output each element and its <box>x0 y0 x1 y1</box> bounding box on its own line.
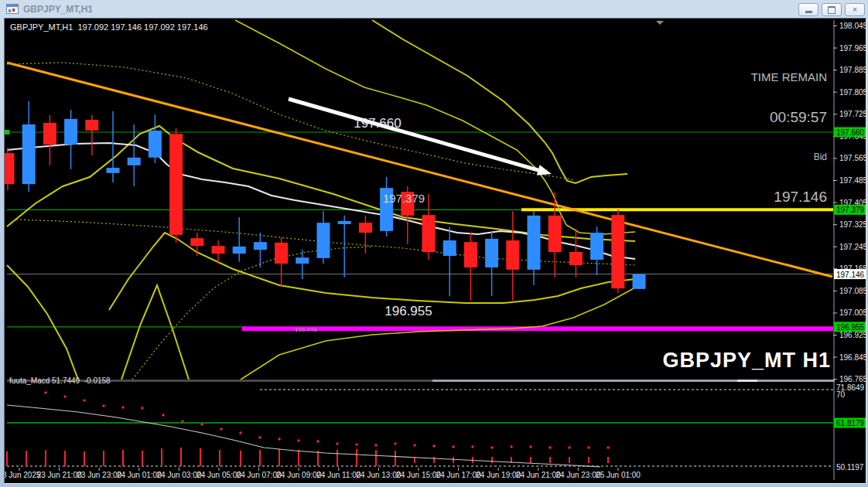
indicator-dot <box>568 446 570 448</box>
indicator-dot <box>162 414 164 416</box>
candle <box>149 131 162 158</box>
indicator-dot <box>239 431 241 434</box>
price-tick-label: 197.965 <box>839 44 866 53</box>
indicator-dot <box>587 446 589 448</box>
indicator-dot <box>529 445 531 448</box>
panel-separator-2[interactable] <box>737 380 757 382</box>
indicator-dot <box>121 406 124 408</box>
price-tick-label: 197.085 <box>839 287 866 295</box>
indicator-dot <box>102 404 104 407</box>
scroll-to-end-marker[interactable] <box>656 21 664 25</box>
time-tick-label: 24 Jun 01:00 <box>117 471 162 479</box>
time-tick-label: 24 Jun 05:00 <box>196 471 241 479</box>
time-tick-label: 24 Jun 07:00 <box>237 471 282 479</box>
time-tick-label: 23 Jun 21:00 <box>37 471 82 479</box>
candle <box>107 168 120 173</box>
indicator-dot <box>452 445 454 448</box>
time-tick-label: 25 Jun 01:00 <box>596 471 641 479</box>
minimize-icon <box>805 11 812 13</box>
indicator-dot <box>181 420 183 422</box>
candle <box>611 215 624 288</box>
time-tick-label: 23 Jun 2025 <box>5 471 41 479</box>
indicator-dot <box>83 399 85 401</box>
restore-button[interactable] <box>822 3 842 16</box>
close-icon: × <box>853 5 857 14</box>
candle <box>338 221 351 224</box>
indicator-dot <box>374 444 377 446</box>
candle <box>212 246 225 254</box>
indicator-dot <box>258 436 261 438</box>
time-tick-label: 24 Jun 09:00 <box>276 471 321 479</box>
level-start-marker[interactable] <box>5 130 9 135</box>
candle <box>548 216 562 252</box>
price-tick-label: 197.485 <box>839 176 866 185</box>
trend-arrow-line[interactable] <box>289 99 538 170</box>
candle <box>233 247 246 254</box>
overlay-bb-upper-inner <box>235 20 635 234</box>
candle <box>464 242 477 267</box>
chart-canvas[interactable]: 198.045197.965197.885197.805197.725197.6… <box>5 19 866 483</box>
price-tick-label: 196.925 <box>839 331 866 339</box>
indicator-dot <box>355 443 357 445</box>
indicator-dot <box>297 439 299 441</box>
candle <box>169 134 183 235</box>
price-tick-label: 197.805 <box>839 88 866 97</box>
time-tick-label: 23 Jun 23:00 <box>77 471 121 479</box>
candle <box>296 257 309 264</box>
indicator-axis-label: 70 <box>836 390 846 399</box>
indicator-dot <box>200 423 203 425</box>
indicator-axis-label: 61.8179 <box>836 419 865 427</box>
time-tick-label: 24 Jun 19:00 <box>476 471 521 479</box>
indicator-dot <box>394 442 396 444</box>
chart-window-icon <box>6 4 19 14</box>
time-tick-label: 24 Jun 13:00 <box>356 471 401 479</box>
candle <box>506 240 519 270</box>
time-tick-label: 24 Jun 03:00 <box>156 471 201 479</box>
price-highlight-label: 197.146 <box>836 271 865 279</box>
candle <box>401 192 414 216</box>
price-tick-label: 196.845 <box>839 353 866 362</box>
price-tick-label: 197.325 <box>839 220 866 229</box>
candle <box>22 124 36 184</box>
window-title: GBPJPY_MT,H1 <box>23 4 93 15</box>
price-highlight-label: 196.955 <box>836 323 865 332</box>
indicator-dot <box>510 445 512 448</box>
indicator-dot <box>336 442 338 444</box>
candle <box>317 223 330 258</box>
time-tick-label: 24 Jun 23:00 <box>555 471 600 479</box>
candle <box>590 233 603 260</box>
candle <box>275 243 288 264</box>
indicator-dot <box>44 391 46 393</box>
price-tick-label: 197.885 <box>839 66 866 74</box>
titlebar: GBPJPY_MT,H1 × <box>0 0 868 18</box>
price-highlight-label: 197.660 <box>836 128 865 137</box>
time-tick-label: 24 Jun 15:00 <box>396 471 441 479</box>
indicator-dot <box>278 438 280 440</box>
window-controls: × <box>798 3 865 16</box>
indicator-dot <box>220 427 222 430</box>
price-tick-label: 196.765 <box>839 375 866 383</box>
candle <box>85 120 98 131</box>
panel-separator-1[interactable] <box>432 380 835 382</box>
trend-arrow-head[interactable] <box>537 165 552 175</box>
close-button[interactable]: × <box>845 3 865 16</box>
candle <box>64 119 77 145</box>
overlay-bb-lower-spike <box>121 285 189 380</box>
candle <box>254 242 267 250</box>
candle <box>633 274 646 289</box>
candle <box>128 158 141 165</box>
indicator-dot <box>63 395 66 397</box>
chart-frame: 198.045197.965197.885197.805197.725197.6… <box>4 18 866 484</box>
price-tick-label: 197.565 <box>839 154 866 162</box>
price-tick-label: 198.045 <box>839 22 866 30</box>
overlay-trendline[interactable] <box>7 63 832 277</box>
indicator-axis-label: 50.1197 <box>836 463 864 472</box>
minimize-button[interactable] <box>798 3 818 16</box>
time-tick-label: 24 Jun 11:00 <box>316 471 361 479</box>
candle <box>380 188 393 231</box>
overlay-bb-mid-rising-dotted <box>132 247 372 380</box>
candle <box>569 252 583 265</box>
indicator-dot <box>607 446 609 448</box>
indicator-dot <box>471 445 473 448</box>
time-tick-label: 24 Jun 21:00 <box>516 471 561 479</box>
